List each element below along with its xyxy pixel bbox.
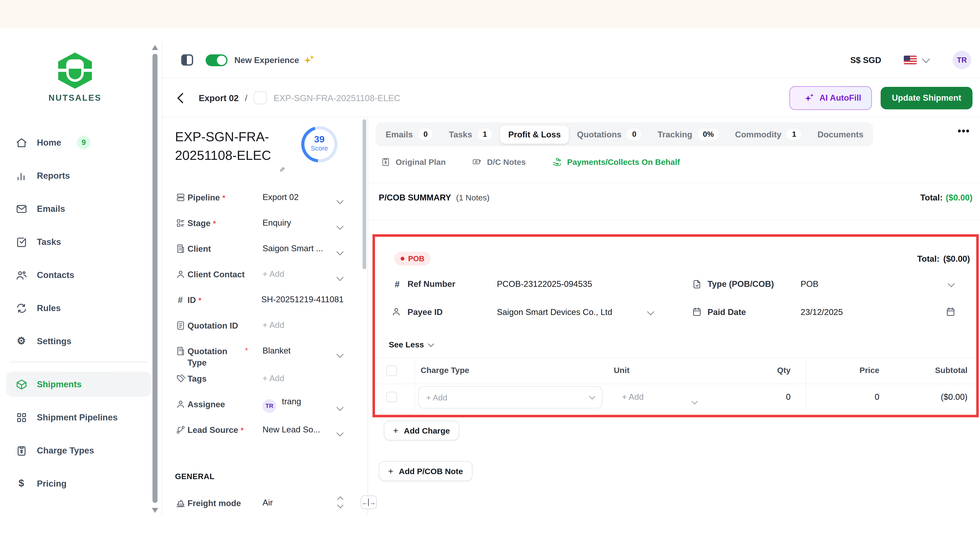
chevron-down-icon[interactable] [692,395,697,406]
ref-number-value[interactable]: PCOB-23122025-094535 [497,279,592,289]
tab-commodity[interactable]: Commodity1 [727,124,810,144]
settings-gear-icon: ⚙ [15,335,27,348]
tab-quotations[interactable]: Quotations0 [569,124,649,144]
hand-coins-icon [552,157,562,167]
sidebar-item-emails[interactable]: Emails [6,196,151,221]
sidebar-item-pricing[interactable]: $ Pricing [6,471,151,496]
user-avatar[interactable]: TR [953,51,971,69]
field-pipeline[interactable]: Pipeline* Export 02 [175,192,359,204]
tab-documents[interactable]: Documents [810,125,872,143]
update-shipment-button[interactable]: Update Shipment [881,87,972,109]
chevron-down-icon[interactable] [337,427,342,438]
field-quotation-type[interactable]: Quotation Type * Blanket [175,346,359,362]
chevron-down-icon[interactable] [948,280,955,287]
sidebar-item-reports[interactable]: Reports [6,163,151,188]
payee-label: Payee ID [407,308,442,317]
sidebar-item-shipment-pipelines[interactable]: Shipment Pipelines [6,405,151,430]
sidebar-divider [10,362,148,362]
person-icon [175,399,186,409]
chevron-down-icon[interactable] [337,220,342,231]
quotation-type-icon [175,346,186,356]
chevron-down-icon [428,341,434,347]
field-client-contact[interactable]: Client Contact + Add [175,269,359,281]
tab-badge: 1 [787,129,801,140]
pricing-dollar-icon: $ [15,477,27,490]
tab-tasks[interactable]: Tasks1 [441,124,500,144]
edit-title-icon[interactable]: ✎ [278,167,286,172]
chevron-down-icon[interactable] [337,246,342,257]
sidebar-item-shipments[interactable]: Shipments [6,372,151,397]
sidebar-scrollbar[interactable] [152,43,158,515]
field-client[interactable]: Client Saigon Smart ... [175,243,359,256]
shipment-checkbox[interactable] [254,91,267,104]
tab-profit-loss[interactable]: Profit & Loss [500,125,569,143]
panel-scrollbar-thumb[interactable] [363,119,366,269]
chevron-down-icon[interactable] [337,401,342,413]
scroll-down-arrow[interactable] [152,508,158,513]
chevron-down-icon[interactable] [337,348,342,359]
add-charge-button[interactable]: + Add Charge [384,421,460,440]
chevron-down-icon[interactable] [337,194,342,206]
banknote-icon [472,157,482,167]
tab-bar: Emails0 Tasks1 Profit & Loss Quotations0… [375,122,873,146]
language-chevron-down-icon[interactable] [922,55,930,63]
subtab-original-plan[interactable]: Original Plan [381,157,446,167]
score-ring: 39 Score [301,126,337,163]
chevron-down-icon[interactable] [647,308,654,315]
breadcrumb-pipeline[interactable]: Export 02 [199,93,239,103]
add-pcob-note-button[interactable]: + Add P/COB Note [379,461,473,481]
more-menu-icon[interactable]: ••• [958,125,970,137]
required-star: * [199,296,202,305]
ref-number-label: Ref Number [407,279,455,289]
us-flag-icon[interactable] [904,56,917,64]
shipment-title[interactable]: EXP-SGN-FRA- 20251108-ELEC [175,127,271,165]
brand-name: NUTSALES [0,93,150,103]
field-stage[interactable]: Stage* Enquiry [175,218,359,230]
payee-value[interactable]: Saigon Smart Devices Co., Ltd [497,308,612,317]
col-price: Price [859,365,880,375]
field-tags[interactable]: Tags + Add [175,373,359,386]
sidebar-item-home[interactable]: Home 9 [6,130,151,155]
freight-spinner-icon[interactable] [338,497,342,507]
ai-autofill-button[interactable]: AI AutoFill [789,86,872,110]
pob-dot-icon [401,257,404,260]
main-area: New Experience S$ SGD TR Export 02 / EXP… [162,43,980,515]
subtab-dc-notes[interactable]: D/C Notes [472,157,526,167]
currency-selector[interactable]: S$ SGD [850,55,881,65]
tab-tracking[interactable]: Tracking0% [649,124,727,144]
sidebar-collapse-icon[interactable] [181,54,193,66]
subtab-payments-collects[interactable]: Payments/Collects On Behalf [552,157,680,167]
note-row-payee-date: Payee ID Saigon Smart Devices Co., Ltd P… [375,306,976,320]
new-experience-toggle[interactable] [205,54,227,66]
general-section-header: GENERAL [175,472,215,481]
tab-emails[interactable]: Emails0 [377,124,441,144]
field-quotation-id[interactable]: Quotation ID + Add [175,320,359,332]
new-experience-label: New Experience [234,55,299,65]
sidebar-item-settings[interactable]: ⚙ Settings [6,329,151,354]
charge-type-dropdown[interactable]: + Add [418,386,603,409]
field-freight-mode[interactable]: Freight mode Air [175,497,359,510]
calendar-icon[interactable] [945,306,956,317]
field-lead-source[interactable]: Lead Source* New Lead So... [175,424,359,437]
type-value[interactable]: POB [800,279,818,289]
unit-add[interactable]: + Add [622,392,644,402]
header-checkbox[interactable] [386,365,397,376]
hash-icon: # [175,294,186,305]
divider [375,384,976,384]
sidebar-item-contacts[interactable]: Contacts [6,262,151,287]
back-chevron-icon[interactable] [177,92,188,103]
see-less-toggle[interactable]: See Less [389,340,434,349]
paid-date-value[interactable]: 23/12/2025 [800,308,843,317]
breadcrumb-separator: / [245,93,247,103]
tab-badge: 0 [627,129,641,140]
tag-icon [175,373,186,384]
scrollbar-thumb[interactable] [153,54,158,503]
sidebar-item-tasks[interactable]: Tasks [6,229,151,254]
sidebar-item-charge-types[interactable]: Charge Types [6,438,151,463]
field-assignee[interactable]: Assignee TRtrang [175,399,359,411]
scroll-up-arrow[interactable] [152,45,158,50]
chevron-down-icon[interactable] [337,271,342,283]
row-checkbox[interactable] [386,392,397,402]
pcob-summary-notes: (1 Notes) [456,193,490,202]
sidebar-item-rules[interactable]: Rules [6,295,151,321]
